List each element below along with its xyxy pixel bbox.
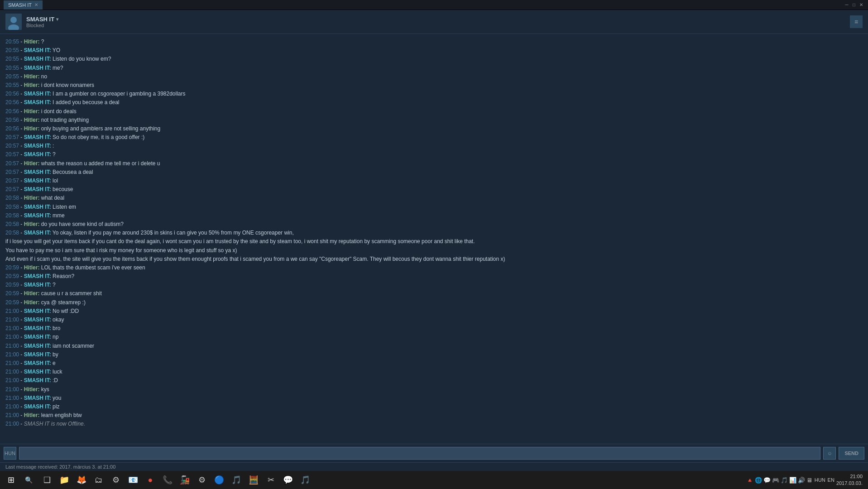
message-line: 21:00 - SMASH IT: np <box>5 333 863 341</box>
message-text: lol <box>51 177 58 184</box>
message-line: if i lose you will get your items back i… <box>5 237 863 246</box>
message-sender: SMASH IT: <box>24 65 51 71</box>
tray-arrow-icon[interactable]: 🔺 <box>746 477 753 484</box>
tray-stats-icon[interactable]: 📊 <box>789 477 796 484</box>
message-text: cause u r a scammer shit <box>39 290 101 297</box>
taskbar-icon-spotify[interactable]: 🎵 <box>228 471 245 489</box>
message-sender: SMASH IT: <box>24 273 51 279</box>
tray-music-icon[interactable]: 🎵 <box>781 477 788 484</box>
clock-time: 21:00 <box>836 473 863 480</box>
message-line: 20:57 - SMASH IT: lol <box>5 177 863 185</box>
taskbar-icon-cut[interactable]: ✂ <box>263 471 279 489</box>
message-time: 20:56 <box>5 91 19 97</box>
tray-chat-icon[interactable]: 💬 <box>763 477 771 484</box>
tray-volume-icon[interactable]: 🔊 <box>798 477 805 484</box>
message-sender: Hitler: <box>24 82 40 88</box>
window-close-button[interactable]: ✕ <box>858 2 864 8</box>
taskbar-icon-files[interactable]: 📁 <box>56 471 72 489</box>
taskbar-icon-skype[interactable]: 📞 <box>159 471 176 489</box>
message-text: ? <box>51 282 56 288</box>
message-sender: SMASH IT: <box>24 99 51 105</box>
message-sender: SMASH IT: <box>24 177 51 184</box>
message-text: only buying and gamblers are not selling… <box>39 125 160 132</box>
taskbar-icon-msg[interactable]: 💬 <box>280 471 296 489</box>
chat-footer: Last message received: 2017. március 3. … <box>0 462 868 471</box>
message-time: 20:59 <box>5 290 19 297</box>
taskbar-icon-calc[interactable]: 🧮 <box>245 471 262 489</box>
taskbar-icon-steam[interactable]: 🚂 <box>177 471 193 489</box>
message-time: 21:00 <box>5 403 19 410</box>
message-time: 20:58 <box>5 212 19 219</box>
message-time: 20:57 <box>5 134 19 140</box>
message-line: 20:56 - SMASH IT: I am a gumbler on csgo… <box>5 90 863 98</box>
message-text: Reason? <box>51 273 74 279</box>
tray-network-icon[interactable]: 🌐 <box>755 477 762 484</box>
message-text: e <box>51 360 56 366</box>
taskbar-icon-firefox[interactable]: 🦊 <box>73 471 90 489</box>
message-line: 21:00 - SMASH IT: okay <box>5 316 863 324</box>
send-button[interactable]: SEND <box>839 447 864 460</box>
taskbar-clock[interactable]: 21:00 2017.03.03. <box>836 473 863 487</box>
taskbar-icon-chrome[interactable]: 🔵 <box>211 471 227 489</box>
user-status: Blocked <box>26 23 58 28</box>
message-time: 21:00 <box>5 395 19 401</box>
message-sender: SMASH IT: <box>24 325 51 331</box>
message-text: I am a gumbler on csgoreaper i gambling … <box>51 91 186 97</box>
taskbar-icon-red[interactable]: ● <box>142 471 158 489</box>
taskbar-icon-mail[interactable]: 📧 <box>125 471 141 489</box>
chat-tab[interactable]: SMASH IT ✕ <box>4 0 43 10</box>
taskview-button[interactable]: ❑ <box>39 471 55 489</box>
message-line: 20:58 - Hitler: what deal <box>5 194 863 202</box>
taskbar-icon-settings[interactable]: ⚙ <box>108 471 124 489</box>
message-text: i dont know nonamers <box>39 82 94 88</box>
message-text: No wtf :DD <box>51 308 79 314</box>
maximize-button[interactable]: □ <box>851 2 857 8</box>
message-line: 20:58 - SMASH IT: Listen em <box>5 203 863 211</box>
message-text: okay <box>51 316 64 323</box>
message-time: 21:00 <box>5 325 19 331</box>
search-button[interactable]: 🔍 <box>20 471 37 489</box>
message-sender: SMASH IT: <box>24 308 51 314</box>
dropdown-arrow-icon[interactable]: ▾ <box>56 17 58 22</box>
message-line: 20:55 - Hitler: no <box>5 72 863 81</box>
message-input[interactable] <box>19 447 820 460</box>
message-line: 21:00 - SMASH IT: you <box>5 394 863 403</box>
message-text: plz <box>51 403 60 410</box>
message-text: becouse <box>51 186 73 192</box>
message-line: 20:55 - Hitler: ? <box>5 38 863 46</box>
message-time: 20:57 <box>5 169 19 175</box>
message-line: 21:00 - SMASH IT: plz <box>5 403 863 411</box>
message-text: no <box>39 73 47 80</box>
message-time: 21:00 <box>5 386 19 393</box>
start-button[interactable]: ⊞ <box>2 471 20 489</box>
message-text: whats the reason u added me tell me or i… <box>39 160 160 167</box>
message-time: 20:56 <box>5 125 19 132</box>
header-actions: ≡ <box>850 15 863 28</box>
emoji-button[interactable]: ☺ <box>823 447 836 460</box>
message-text: : <box>51 143 54 149</box>
message-text: Listen em <box>51 204 76 210</box>
minimize-button[interactable]: ─ <box>844 2 850 8</box>
message-sender: Hitler: <box>24 290 40 297</box>
scroll-action-button[interactable]: ≡ <box>850 15 863 28</box>
message-time: 21:00 <box>5 412 19 418</box>
message-text: ? <box>51 151 56 158</box>
taskbar-icon-steam2[interactable]: ⚙ <box>194 471 210 489</box>
message-text: I added you becouse a deal <box>51 99 120 105</box>
taskbar-icon-music[interactable]: 🎵 <box>297 471 313 489</box>
message-sender: Hitler: <box>24 195 40 201</box>
message-line: 20:59 - Hitler: LOL thats the dumbest sc… <box>5 264 863 272</box>
sys-tray: 🔺 🌐 💬 🎮 🎵 📊 🔊 🖥 HUN EN <box>746 477 834 484</box>
message-sender: SMASH IT: <box>24 143 51 149</box>
tab-close-button[interactable]: ✕ <box>34 2 38 7</box>
tray-monitor-icon[interactable]: 🖥 <box>806 477 812 484</box>
lang-button[interactable]: HUN <box>4 447 16 460</box>
message-line: 20:58 - SMASH IT: mme <box>5 211 863 220</box>
message-time: 21:00 <box>5 377 19 384</box>
message-line: 21:00 - SMASH IT: :D <box>5 376 863 385</box>
message-line: 20:55 - SMASH IT: Listen do you know em? <box>5 55 863 63</box>
message-time: 21:00 <box>5 343 19 349</box>
tray-game-icon[interactable]: 🎮 <box>772 477 779 484</box>
message-line: 21:00 - SMASH IT is now Offline. <box>5 420 863 428</box>
taskbar-icon-folder[interactable]: 🗂 <box>91 471 107 489</box>
